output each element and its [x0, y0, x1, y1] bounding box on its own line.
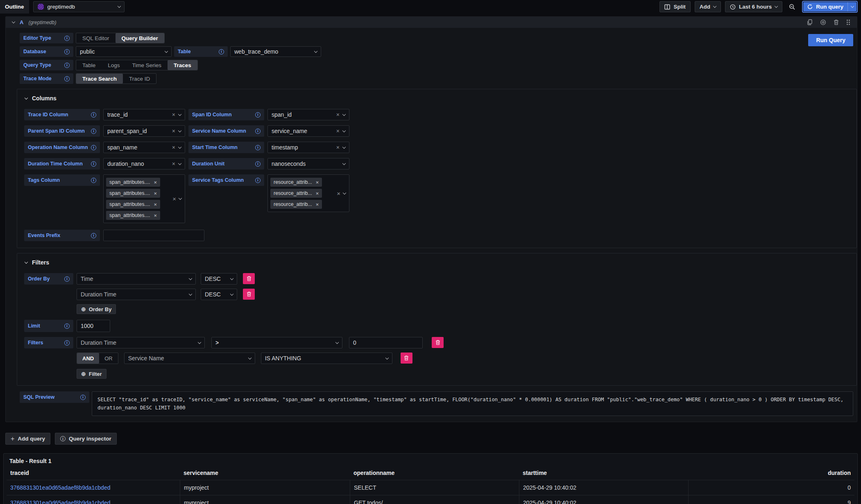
remove-chip-icon[interactable]: ×	[154, 201, 157, 208]
remove-chip-icon[interactable]: ×	[316, 179, 319, 185]
service-name-column-select[interactable]: service_name×	[267, 125, 349, 137]
run-query-caret-button[interactable]	[847, 2, 856, 11]
filter-field-select[interactable]: Service Name	[124, 353, 255, 364]
outline-button[interactable]: Outline	[0, 0, 29, 14]
editor-run-query-button[interactable]: Run Query	[808, 34, 853, 46]
clear-icon[interactable]: ×	[336, 145, 340, 150]
order-by-direction-value: DESC	[205, 291, 227, 298]
database-select[interactable]: public	[76, 46, 172, 57]
add-order-by-button[interactable]: ⊕Order By	[77, 304, 116, 314]
order-by-spacer	[24, 289, 73, 300]
clear-all-icon[interactable]: ×	[172, 195, 176, 202]
chevron-down-icon	[342, 112, 346, 115]
filter-field-select[interactable]: Duration Time	[77, 337, 205, 348]
trace-mode-trace-search[interactable]: Trace Search	[76, 74, 123, 84]
column-header-starttime[interactable]: starttime	[519, 470, 688, 476]
datasource-picker[interactable]: greptimedb	[33, 1, 125, 12]
query-type-table[interactable]: Table	[76, 60, 102, 70]
remove-filter-button[interactable]	[401, 353, 412, 364]
run-query-button[interactable]: Run query	[803, 2, 847, 11]
clear-icon[interactable]: ×	[172, 145, 175, 150]
operation-name-column-select[interactable]: span_name×	[103, 142, 185, 153]
query-type-traces[interactable]: Traces	[168, 60, 197, 70]
add-button[interactable]: Add	[695, 1, 721, 12]
filters-section-header[interactable]: Filters	[25, 259, 856, 266]
order-by-direction-select[interactable]: DESC	[201, 289, 237, 300]
query-row-header[interactable]: A (greptimedb)	[6, 17, 857, 28]
remove-chip-icon[interactable]: ×	[154, 179, 157, 185]
column-header-traceid[interactable]: traceid	[7, 470, 180, 476]
column-header-servicename[interactable]: servicename	[180, 470, 350, 476]
remove-order-by-button[interactable]	[243, 289, 255, 300]
service-tag-chip-label: resource_attrib...	[274, 190, 312, 196]
duration-unit-select[interactable]: nanoseconds	[267, 158, 349, 170]
service-tag-chip[interactable]: resource_attrib...×	[270, 178, 322, 187]
service-tags-column-multiselect[interactable]: resource_attrib...× resource_attrib...× …	[267, 174, 349, 212]
drag-handle-icon[interactable]	[846, 19, 850, 25]
column-header-operationname[interactable]: operationname	[350, 470, 519, 476]
editor-type-sql-editor[interactable]: SQL Editor	[76, 33, 116, 43]
service-tag-chip[interactable]: resource_attrib...×	[270, 189, 322, 198]
start-time-column-select[interactable]: timestamp×	[267, 142, 349, 153]
operationname-cell: SELECT	[350, 480, 519, 495]
order-by-direction-select[interactable]: DESC	[201, 273, 237, 285]
order-by-label: Order By	[28, 276, 50, 282]
filter-operator-select[interactable]: >	[211, 337, 342, 348]
limit-label: Limit	[28, 323, 40, 329]
remove-chip-icon[interactable]: ×	[154, 190, 157, 197]
query-inspector-button[interactable]: i Query inspector	[55, 433, 117, 445]
tag-chip[interactable]: span_attributes....×	[106, 189, 160, 198]
clear-icon[interactable]: ×	[172, 161, 175, 167]
delete-query-icon[interactable]	[834, 19, 839, 25]
order-by-field-select[interactable]: Time	[77, 273, 196, 285]
time-range-picker[interactable]: Last 6 hours	[725, 1, 782, 12]
clear-all-icon[interactable]: ×	[337, 190, 340, 197]
zoom-out-time-button[interactable]	[786, 1, 798, 12]
remove-order-by-button[interactable]	[243, 273, 255, 284]
remove-chip-icon[interactable]: ×	[154, 212, 157, 219]
disable-query-icon[interactable]	[820, 19, 826, 25]
clear-icon[interactable]: ×	[172, 128, 175, 134]
query-type-logs[interactable]: Logs	[102, 60, 126, 70]
filter-operator-select[interactable]: IS ANYTHING	[261, 353, 392, 364]
order-by-field-select[interactable]: Duration Time	[77, 289, 196, 300]
info-icon: i	[255, 112, 261, 118]
trace-id-column-select[interactable]: trace_id×	[103, 109, 185, 120]
info-icon: i	[64, 340, 70, 346]
duration-time-column-select[interactable]: duration_nano×	[103, 158, 185, 170]
events-prefix-input[interactable]	[103, 230, 204, 241]
split-button[interactable]: Split	[659, 1, 690, 12]
trace-id-link[interactable]: 3768831301ea0d65adaef8b9da1cbded	[10, 484, 110, 491]
remove-chip-icon[interactable]: ×	[316, 190, 319, 197]
clear-icon[interactable]: ×	[336, 128, 340, 134]
limit-input[interactable]	[77, 320, 110, 332]
columns-section-header[interactable]: Columns	[25, 95, 856, 102]
tags-column-multiselect[interactable]: span_attributes....× span_attributes....…	[103, 174, 185, 223]
tag-chip[interactable]: span_attributes....×	[106, 178, 160, 187]
logic-and[interactable]: AND	[77, 353, 99, 364]
trace-mode-trace-id[interactable]: Trace ID	[123, 74, 156, 84]
query-type-time-series[interactable]: Time Series	[126, 60, 168, 70]
add-filter-button[interactable]: ⊕Filter	[77, 369, 106, 379]
columns-section: Columns Trace ID Columni trace_id× Span …	[17, 89, 857, 248]
remove-chip-icon[interactable]: ×	[316, 201, 319, 208]
tag-chip[interactable]: span_attributes....×	[106, 200, 160, 209]
editor-type-query-builder[interactable]: Query Builder	[116, 33, 164, 43]
clear-icon[interactable]: ×	[172, 112, 175, 118]
column-header-duration[interactable]: duration	[688, 470, 854, 476]
remove-filter-button[interactable]	[432, 337, 444, 348]
span-id-column-label-box: Span ID Columni	[188, 109, 264, 120]
duplicate-query-icon[interactable]	[807, 19, 813, 25]
add-query-button[interactable]: + Add query	[5, 433, 50, 445]
service-tag-chip[interactable]: resource_attrib...×	[270, 200, 322, 209]
clear-icon[interactable]: ×	[336, 112, 340, 118]
circled-plus-icon: ⊕	[81, 306, 86, 312]
trace-id-link[interactable]: 3768831301ea0d65adaef8b9da1cbded	[10, 499, 110, 504]
logic-or[interactable]: OR	[99, 353, 118, 364]
filter-value-input[interactable]	[349, 337, 423, 348]
table-select[interactable]: web_trace_demo	[230, 46, 321, 57]
filter-operator-value: IS ANYTHING	[265, 355, 383, 362]
parent-span-id-column-select[interactable]: parent_span_id×	[103, 125, 185, 137]
tag-chip[interactable]: span_attributes....×	[106, 211, 160, 220]
span-id-column-select[interactable]: span_id×	[267, 109, 349, 120]
